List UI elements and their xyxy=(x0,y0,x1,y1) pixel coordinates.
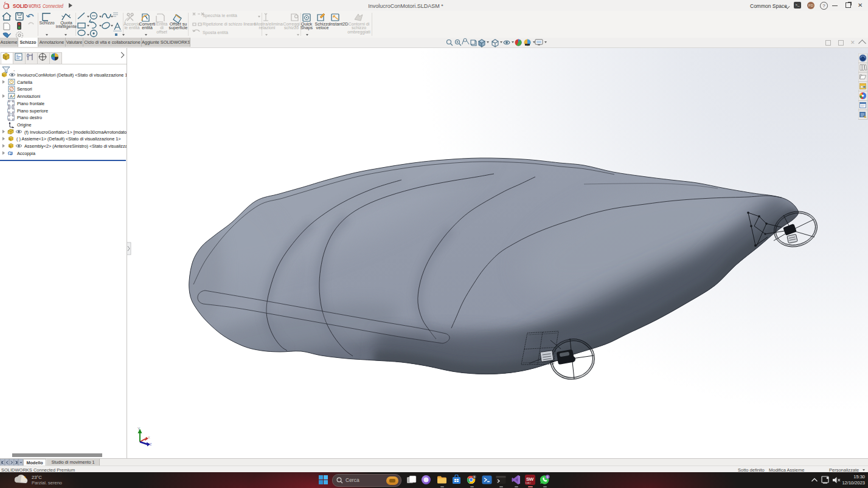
svg-text:X: X xyxy=(148,436,150,439)
svg-text:9: 9 xyxy=(547,476,549,479)
svg-text:Origine: Origine xyxy=(17,122,32,128)
svg-text:InvolucroConMotori (Default) <: InvolucroConMotori (Default) <Stato di v… xyxy=(17,72,127,78)
svg-text:Annotazioni: Annotazioni xyxy=(17,94,41,99)
svg-text:Cartella: Cartella xyxy=(17,80,33,85)
svg-text:( ) Assieme<1> (Default) <Stat: ( ) Assieme<1> (Default) <Stato di visua… xyxy=(16,136,121,142)
svg-text:Assembly<2> (AnterioreSinistro: Assembly<2> (AnterioreSinistro) <Stato d… xyxy=(24,143,127,149)
svg-text:(f) InvolucroGonfiato<1> [mode: (f) InvolucroGonfiato<1> [modello30cmaAr… xyxy=(24,129,127,135)
svg-text:Sensori: Sensori xyxy=(17,86,32,92)
svg-text:A: A xyxy=(10,94,13,98)
svg-text:Piano superiore: Piano superiore xyxy=(17,108,48,114)
svg-text:Piano frontale: Piano frontale xyxy=(17,101,44,106)
svg-text:Z: Z xyxy=(150,442,152,446)
svg-text:Accoppia: Accoppia xyxy=(17,151,36,156)
svg-text:Piano destro: Piano destro xyxy=(17,115,42,120)
